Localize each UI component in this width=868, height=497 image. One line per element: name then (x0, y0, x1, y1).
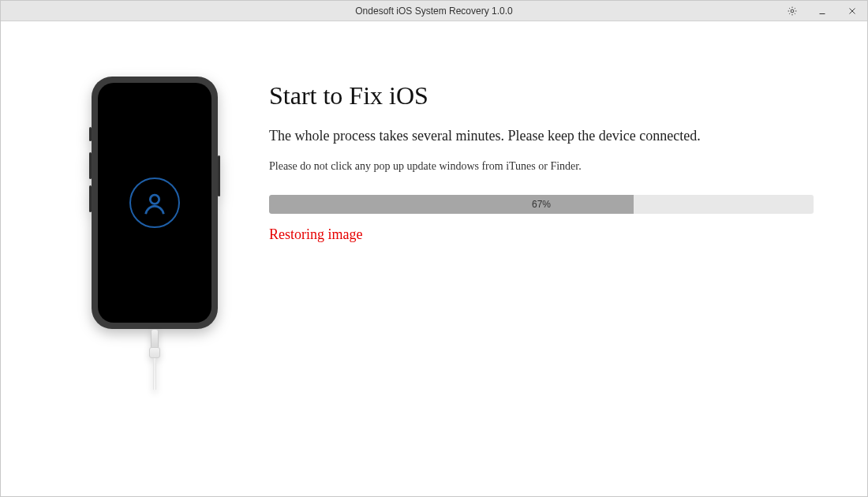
device-illustration-column (40, 53, 269, 496)
phone-notch (126, 83, 183, 97)
progress-percent-label: 67% (269, 195, 814, 214)
window-controls (777, 1, 867, 21)
close-icon (847, 6, 858, 17)
phone-illustration (92, 77, 218, 329)
warning-note: Please do not click any pop up update wi… (269, 160, 820, 173)
phone-side-button (218, 155, 220, 196)
content-area: Start to Fix iOS The whole process takes… (1, 21, 867, 496)
svg-point-0 (791, 9, 794, 13)
minimize-icon (817, 6, 828, 17)
status-text: Restoring image (269, 226, 820, 243)
user-avatar-icon (129, 178, 180, 228)
progress-bar: 67% (269, 195, 814, 214)
settings-button[interactable] (777, 1, 807, 21)
close-button[interactable] (837, 1, 867, 21)
main-panel: Start to Fix iOS The whole process takes… (269, 53, 828, 496)
titlebar: Ondesoft iOS System Recovery 1.0.0 (1, 1, 867, 21)
minimize-button[interactable] (807, 1, 837, 21)
page-subheading: The whole process takes several minutes.… (269, 128, 820, 144)
window-title: Ondesoft iOS System Recovery 1.0.0 (1, 6, 867, 17)
gear-icon (787, 6, 798, 17)
svg-point-4 (150, 195, 159, 204)
page-heading: Start to Fix iOS (269, 81, 820, 110)
app-window: Ondesoft iOS System Recovery 1.0.0 (0, 0, 868, 497)
phone-screen (98, 83, 211, 323)
lightning-cable-icon (149, 329, 160, 390)
